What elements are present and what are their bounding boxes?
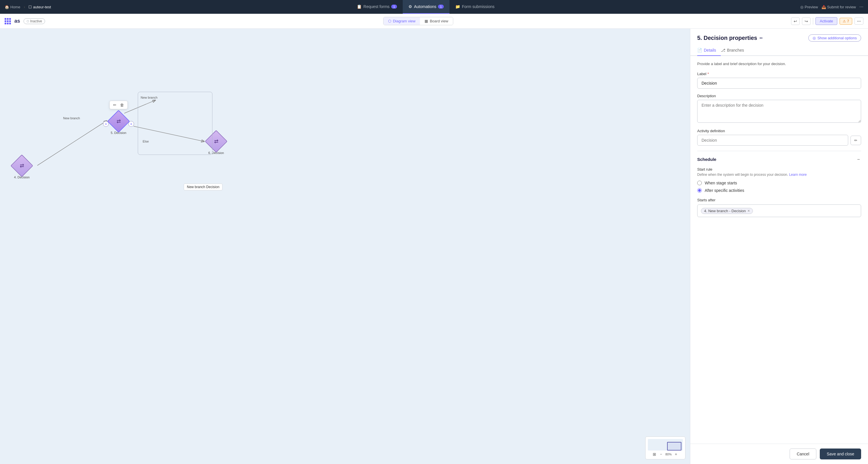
radio-when-stage-input[interactable] — [697, 181, 702, 185]
activity-definition-label: Activity definition — [697, 129, 861, 133]
logo-grid — [5, 18, 11, 24]
nav-more-button[interactable]: ⋯ — [859, 5, 863, 9]
svg-line-0 — [37, 121, 106, 165]
submit-button[interactable]: 📤 Submit for review — [822, 5, 856, 9]
radio-when-stage-starts[interactable]: When stage starts — [697, 181, 861, 185]
radio-after-specific-label: After specific activities — [705, 188, 744, 193]
branch-container — [138, 92, 212, 155]
description-textarea[interactable] — [697, 100, 861, 123]
board-view-button[interactable]: ▦ Board view — [420, 17, 453, 25]
label-field-label: Label * — [697, 72, 861, 76]
activity-def-row: ✏ — [697, 135, 861, 146]
required-star: * — [708, 72, 709, 76]
diagram-view-button[interactable]: ⬡ Diagram view — [383, 17, 420, 25]
warning-count: 7 — [847, 19, 849, 23]
zoom-label: 80% — [665, 453, 672, 456]
preview-button[interactable]: ◎ Preview — [800, 5, 818, 9]
branches-tab-label: Branches — [727, 48, 744, 53]
tab-automations[interactable]: ⚙ Automations 1 — [403, 0, 450, 14]
activate-button[interactable]: Activate — [815, 17, 837, 25]
tag-remove-button[interactable]: × — [747, 209, 750, 213]
radio-after-specific-input[interactable] — [697, 188, 702, 193]
logo-dot — [7, 18, 9, 20]
logo-dot — [7, 23, 9, 24]
nav-separator: › — [24, 5, 25, 9]
tab-details[interactable]: 📄 Details — [697, 45, 721, 56]
branch-label-new: New branch — [63, 117, 80, 120]
preview-label: Preview — [805, 5, 818, 9]
undo-button[interactable]: ↩ — [791, 18, 800, 25]
node-edit-button[interactable]: ✏ — [112, 102, 118, 108]
panel-body: Provide a label and brief description fo… — [690, 56, 868, 444]
show-options-label: Show additional options — [817, 36, 857, 40]
top-nav: 🏠 Home › ☐ auteur-test 📋 Request forms 1… — [0, 0, 868, 14]
project-name[interactable]: ☐ auteur-test — [28, 5, 51, 9]
redo-button[interactable]: ↪ — [802, 18, 811, 25]
node-toolbar: ✏ 🗑 — [110, 101, 128, 109]
logo-dot — [9, 23, 11, 24]
radio-after-specific[interactable]: After specific activities — [697, 188, 861, 193]
minimap-view — [648, 439, 683, 451]
label-input[interactable] — [697, 78, 861, 89]
label-text: Label — [697, 72, 706, 76]
minimap-toggle-button[interactable]: ⊞ — [652, 452, 657, 457]
nav-right: ◎ Preview 📤 Submit for review ⋯ — [800, 5, 863, 9]
panel-header: 5. Decision properties ✏ ◎ Show addition… — [690, 29, 868, 41]
diagram-canvas[interactable]: ⇄ 4. Decision ✏ 🗑 + + ⇄ 5. Decision ⇄ — [0, 29, 690, 464]
panel-title-text: 5. Decision properties — [697, 35, 757, 41]
home-icon: 🏠 — [5, 5, 9, 9]
home-link[interactable]: 🏠 Home — [5, 5, 20, 9]
activity-definition-input[interactable] — [697, 135, 848, 146]
branches-tab-icon: ⎇ — [721, 48, 725, 53]
cancel-button[interactable]: Cancel — [789, 449, 817, 459]
show-options-button[interactable]: ◎ Show additional options — [808, 34, 861, 41]
tab-request-forms[interactable]: 📋 Request forms 1 — [351, 0, 403, 14]
logo-dot — [5, 18, 6, 20]
toolbar-right: ↩ ↪ Activate ⚠ 7 ⋯ — [791, 17, 863, 25]
node-4-decision[interactable]: ⇄ 4. Decision — [14, 158, 30, 179]
starts-after-label: Starts after — [697, 198, 861, 202]
schedule-collapse-button[interactable]: － — [856, 156, 861, 163]
starts-after-input[interactable]: 4. New branch - Decision × — [697, 204, 861, 217]
starts-after-tag: 4. New branch - Decision × — [701, 208, 753, 214]
more-options-button[interactable]: ⋯ — [855, 18, 863, 25]
details-tab-label: Details — [704, 48, 716, 53]
node-5-decision[interactable]: ✏ 🗑 + + ⇄ 5. Decision — [111, 113, 127, 134]
status-dot — [27, 20, 29, 22]
activity-edit-button[interactable]: ✏ — [850, 136, 861, 145]
request-forms-label: Request forms — [363, 4, 390, 9]
nav-center: 📋 Request forms 1 ⚙ Automations 1 📁 Form… — [351, 0, 500, 14]
submit-icon: 📤 — [822, 5, 826, 9]
node-4-diamond: ⇄ — [10, 154, 33, 177]
board-view-label: Board view — [430, 19, 448, 23]
zoom-out-button[interactable]: － — [658, 452, 663, 457]
project-label: auteur-test — [33, 5, 51, 9]
node-delete-button[interactable]: 🗑 — [119, 102, 125, 108]
tab-branches[interactable]: ⎇ Branches — [721, 45, 749, 56]
secondary-toolbar: as Inactive ⬡ Diagram view ▦ Board view … — [0, 14, 868, 29]
tag-label: 4. New branch - Decision — [704, 209, 746, 213]
description-label-text: Description — [697, 94, 716, 98]
new-branch-decision-label: New branch Decision — [184, 184, 222, 191]
minimap: ⊞ － 80% ＋ — [645, 436, 685, 459]
node-5-icon: ⇄ — [117, 118, 121, 125]
tab-form-submissions[interactable]: 📁 Form submissions — [450, 0, 500, 14]
warning-badge: ⚠ 7 — [840, 18, 852, 25]
panel-edit-icon[interactable]: ✏ — [760, 36, 763, 40]
radio-group: When stage starts After specific activit… — [697, 181, 861, 193]
activity-label-text: Activity definition — [697, 129, 725, 133]
node-5-diamond: ⇄ — [107, 110, 130, 132]
status-text: Inactive — [30, 19, 42, 23]
learn-more-link[interactable]: Learn more — [789, 173, 807, 177]
label-field-group: Label * — [697, 72, 861, 89]
zoom-in-button[interactable]: ＋ — [673, 452, 679, 457]
save-close-button[interactable]: Save and close — [820, 449, 861, 459]
start-rule-label: Start rule — [697, 167, 861, 171]
panel-title: 5. Decision properties ✏ — [697, 35, 763, 41]
logo-dot — [5, 20, 6, 22]
submit-label: Submit for review — [827, 5, 856, 9]
main-area: ⇄ 4. Decision ✏ 🗑 + + ⇄ 5. Decision ⇄ — [0, 29, 868, 464]
diagram-view-label: Diagram view — [393, 19, 415, 23]
request-forms-icon: 📋 — [357, 4, 362, 9]
automations-label: Automations — [414, 4, 436, 9]
